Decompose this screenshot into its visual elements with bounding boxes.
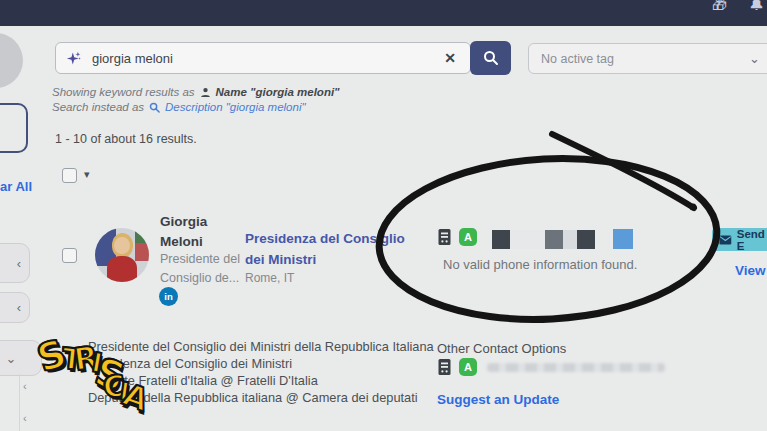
other-contact-row: A [437, 358, 665, 376]
redacted-block [492, 230, 510, 249]
contact-avatar[interactable] [95, 228, 149, 282]
send-email-label: Send E [737, 228, 767, 252]
building-icon [437, 228, 452, 246]
results-count: 1 - 10 of about 16 results. [55, 132, 197, 146]
suggest-update-link[interactable]: Suggest an Update [437, 392, 559, 407]
redacted-block [510, 230, 545, 249]
email-grade-badge: A [459, 228, 477, 246]
select-options-caret[interactable]: ▾ [84, 168, 90, 181]
building-icon [437, 358, 452, 376]
keyword-prefix: Showing keyword results as [52, 86, 195, 98]
envelope-icon [719, 235, 732, 245]
chevron-left-icon[interactable]: ‹ [23, 380, 27, 392]
top-navigation-bar: 🎁︎ 🔔︎ [0, 0, 767, 26]
ai-sparkle-icon [66, 50, 83, 67]
avatar [0, 33, 23, 88]
bell-icon[interactable]: 🔔︎ [749, 0, 764, 13]
gift-icon[interactable]: 🎁︎ [712, 0, 727, 13]
contact-location: Rome, IT [245, 271, 294, 285]
clear-search-icon[interactable]: ✕ [440, 50, 460, 66]
name-line: Meloni [160, 232, 207, 252]
chevron-down-icon: ⌄ [6, 351, 17, 366]
search-instead-note: Search instead as Description "giorgia m… [52, 101, 306, 113]
name-line: Giorgia [160, 212, 207, 232]
logo-letter: T [60, 341, 83, 377]
position-item: Deputato della Repubblica italiana @ Cam… [88, 390, 418, 405]
redacted-block [545, 230, 563, 249]
title-line: Consiglio de... [160, 269, 240, 288]
app-screen: 🎁︎ 🔔︎ ar All ‹ ‹ ⌄ ‹ ‹ giorgia meloni ✕ … [0, 0, 767, 431]
active-tag-dropdown[interactable]: No active tag ⌄ [528, 43, 767, 74]
blurred-email-text [487, 363, 665, 372]
person-icon [200, 87, 211, 98]
chevron-left-icon: ‹ [17, 256, 21, 271]
collapse-panel-button[interactable]: ‹ [0, 243, 30, 283]
phone-status-text: No valid phone information found. [443, 257, 637, 272]
chevron-left-icon[interactable]: ‹ [23, 412, 27, 424]
chevron-left-icon: ‹ [17, 300, 21, 315]
avatar-figure [107, 256, 137, 282]
redacted-email [492, 230, 633, 249]
redacted-block [563, 230, 577, 249]
chevron-down-icon: ⌄ [749, 51, 760, 66]
avatar-figure [114, 237, 129, 254]
divider [19, 374, 20, 431]
contact-title: Presidente del Consiglio de... [160, 250, 240, 288]
search-query-text[interactable]: giorgia meloni [92, 51, 440, 66]
email-row: A [437, 228, 477, 246]
position-item: residenza del Consiglio dei Ministri [95, 356, 292, 371]
redacted-icon [613, 229, 633, 249]
keyword-results-note: Showing keyword results as Name "giorgia… [52, 86, 340, 98]
view-profile-link[interactable]: View [735, 263, 766, 278]
company-line: Presidenza del Consiglio [245, 228, 415, 249]
position-item: ente Fratelli d'Italia @ Fratelli D'Ital… [110, 373, 318, 388]
active-tag-value: No active tag [541, 52, 614, 66]
filter-panel-fragment [0, 103, 28, 153]
magnifier-icon [149, 102, 160, 113]
search-submit-button[interactable] [470, 41, 511, 75]
keyword-value: Name "giorgia meloni" [216, 86, 340, 98]
collapse-panel-button[interactable]: ‹ [0, 292, 30, 323]
clear-all-link[interactable]: ar All [0, 179, 32, 194]
position-item: Presidente del Consiglio dei Ministri de… [88, 339, 434, 354]
linkedin-icon[interactable]: in [159, 287, 178, 306]
avatar-background [135, 231, 149, 261]
redacted-block [577, 230, 595, 249]
title-line: Presidente del [160, 250, 240, 269]
contact-name-link[interactable]: Giorgia Meloni [160, 212, 207, 252]
select-all-checkbox[interactable] [62, 168, 77, 183]
company-line: dei Ministri [245, 249, 415, 270]
expand-panel-button[interactable]: ⌄ [0, 340, 42, 376]
description-search-link[interactable]: Description "giorgia meloni" [165, 101, 305, 113]
magnifier-icon [483, 50, 499, 66]
send-email-button[interactable]: Send E [712, 228, 767, 251]
instead-prefix: Search instead as [52, 101, 144, 113]
email-grade-badge: A [459, 358, 477, 376]
row-checkbox[interactable] [62, 248, 77, 263]
search-input[interactable]: giorgia meloni ✕ [55, 42, 471, 74]
company-link[interactable]: Presidenza del Consiglio dei Ministri [245, 228, 415, 270]
other-contact-heading: Other Contact Options [437, 341, 566, 356]
